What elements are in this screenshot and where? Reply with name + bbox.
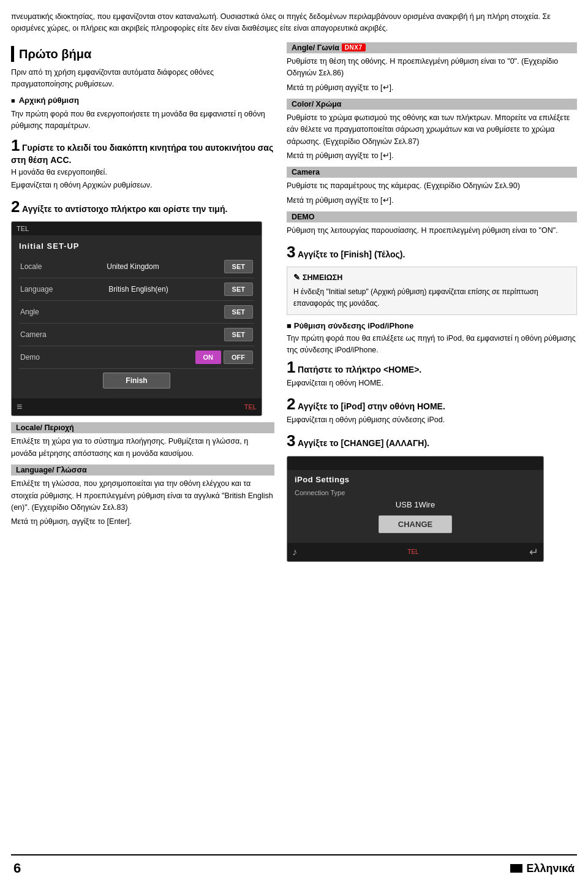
angle-info-text2: Μετά τη ρύθμιση αγγίξτε το [↵].: [287, 82, 577, 94]
screen-title: Initial SET-UP: [19, 241, 254, 251]
step-2-text: Αγγίξτε το αντίστοιχο πλήκτρο και ορίστε…: [22, 204, 227, 214]
note-bullet-text: Η ένδειξη "Initial setup" (Αρχική ρύθμισ…: [293, 286, 570, 309]
ipod-step-1-number: 1: [287, 358, 295, 376]
section-subtext: Πριν από τη χρήση εμφανίζονται αυτόματα …: [11, 67, 274, 91]
ipod-screen-content: Connection Type USB 1Wire CHANGE: [287, 487, 543, 543]
ipod-bottom-bar: ♪ TEL ↵: [287, 543, 543, 561]
ipod-back-icon[interactable]: ↵: [529, 545, 538, 559]
demo-on-btn[interactable]: ON: [195, 351, 222, 364]
ipod-step-2-number: 2: [287, 395, 295, 413]
step-3-number: 3: [287, 243, 295, 261]
camera-info-text1: Ρυθμίστε τις παραμέτρους της κάμερας. (Ε…: [287, 180, 577, 192]
ipod-title-bar: iPod Settings: [287, 470, 543, 487]
color-info-text1: Ρυθμίστε το χρώμα φωτισμού της οθόνης κα…: [287, 112, 577, 148]
camera-info-text2: Μετά τη ρύθμιση αγγίξτε το [↵].: [287, 195, 577, 207]
ipod-screen-title: iPod Settings: [295, 475, 350, 484]
screen-row-demo: Demo ON OFF: [19, 346, 254, 369]
demo-info-text: Ρύθμιση της λειτουργίας παρουσίασης. Η π…: [287, 225, 577, 237]
finish-btn[interactable]: Finish: [103, 373, 170, 389]
ipod-step-3-number: 3: [287, 431, 295, 450]
ipod-bottom-icon-music: ♪: [292, 547, 297, 558]
ipod-step-2: 2 Αγγίξτε το [iPod] στην οθόνη HOME. Εμφ…: [287, 395, 577, 426]
color-info-text2: Μετά τη ρύθμιση αγγίξτε το [↵].: [287, 150, 577, 162]
ipod-step-2-sub: Εμφανίζεται η οθόνη ρύθμισης σύνδεσης iP…: [287, 414, 577, 426]
footer-lang-text: Ελληνικά: [526, 862, 575, 875]
step-1-number: 1: [11, 136, 20, 154]
ipod-heading-icon: ■: [287, 321, 292, 330]
language-value: British English(en): [58, 285, 219, 294]
angle-header-label: Angle/ Γωνία: [292, 44, 339, 52]
dnx7-badge: DNX7: [342, 44, 366, 51]
step-3: 3 Αγγίξτε το [Finish] (Τέλος).: [287, 243, 577, 261]
ipod-top-bar: [287, 457, 543, 470]
ipod-step-2-text: Αγγίξτε το [iPod] στην οθόνη HOME.: [298, 401, 445, 411]
screen-top-bar: TEL: [12, 222, 262, 235]
page-number: 6: [13, 860, 21, 876]
ipod-intro-text: Την πρώτη φορά που θα επιλέξετε ως πηγή …: [287, 333, 577, 357]
tel-label: TEL: [244, 403, 257, 411]
locale-label: Locale: [20, 262, 42, 271]
right-column: Angle/ Γωνία DNX7 Ρυθμίστε τη θέση της ο…: [287, 42, 577, 844]
ipod-bottom-icons: ♪: [292, 547, 297, 558]
step-3-text: Αγγίξτε το [Finish] (Τέλος).: [298, 249, 405, 259]
screen-content: Initial SET-UP Locale United Kingdom SET…: [12, 235, 262, 398]
initial-setup-screen: TEL Initial SET-UP Locale United Kingdom…: [11, 221, 262, 416]
intro-paragraph: πνευματικής ιδιοκτησίας, που εμφανίζοντα…: [11, 11, 577, 35]
language-info-text2: Μετά τη ρύθμιση, αγγίξτε το [Enter].: [11, 516, 274, 528]
note-title-text: ΣΗΜΕΙΩΣΗ: [303, 272, 342, 284]
locale-set-btn[interactable]: SET: [224, 260, 253, 273]
language-set-btn[interactable]: SET: [224, 283, 253, 296]
ipod-step-3: 3 Αγγίξτε το [CHANGE] (ΑΛΛΑΓΗ).: [287, 432, 577, 450]
connection-type-label: Connection Type: [295, 489, 536, 496]
locale-value: United Kingdom: [47, 262, 219, 271]
angle-header: Angle/ Γωνία DNX7: [287, 42, 577, 53]
footer-lang-icon: [510, 864, 522, 873]
language-label-footer: Ελληνικά: [510, 862, 575, 875]
bottom-icon-left: ≡: [17, 401, 22, 412]
demo-row-label: Demo: [20, 353, 40, 362]
step-2: 2 Αγγίξτε το αντίστοιχο πλήκτρο και ορίσ…: [11, 198, 274, 216]
connection-type-value: USB 1Wire: [295, 498, 536, 512]
demo-label-bar: DEMO: [287, 211, 577, 222]
demo-off-btn[interactable]: OFF: [224, 351, 253, 364]
camera-label-bar: Camera: [287, 167, 577, 178]
screen-bottom-bar: ≡ TEL: [12, 398, 262, 415]
camera-row-label: Camera: [20, 330, 47, 339]
language-info-text1: Επιλέξτε τη γλώσσα, που χρησιμοποιείται …: [11, 478, 274, 514]
change-button[interactable]: CHANGE: [379, 515, 452, 533]
color-label-bar: Color/ Χρώμα: [287, 99, 577, 110]
ipod-settings-screen: iPod Settings Connection Type USB 1Wire …: [287, 456, 544, 562]
note-pencil-icon: ✎: [293, 272, 300, 284]
ipod-tel-label: TEL: [407, 548, 418, 555]
angle-info-text1: Ρυθμίστε τη θέση της οθόνης. Η προεπιλεγ…: [287, 56, 577, 80]
angle-row-label: Angle: [20, 308, 39, 316]
note-block: ✎ ΣΗΜΕΙΩΣΗ Η ένδειξη "Initial setup" (Αρ…: [287, 267, 577, 315]
initial-setup-label: Αρχική ρύθμιση: [19, 96, 79, 105]
screen-row-angle: Angle SET: [19, 301, 254, 324]
angle-set-btn[interactable]: SET: [224, 305, 253, 319]
ipod-step-3-text: Αγγίξτε το [CHANGE] (ΑΛΛΑΓΗ).: [298, 438, 429, 448]
ipod-step-1-sub: Εμφανίζεται η οθόνη HOME.: [287, 377, 577, 389]
ipod-heading-text: Ρύθμιση σύνδεσης iPod/iPhone: [294, 321, 413, 330]
screen-row-language: Language British English(en) SET: [19, 278, 254, 301]
ipod-step-1-text: Πατήστε το πλήκτρο <HOME>.: [298, 365, 421, 374]
step-1-text: Γυρίστε το κλειδί του διακόπτη κινητήρα …: [11, 143, 273, 165]
screen-footer: Finish: [19, 369, 254, 392]
language-label: Language: [20, 285, 53, 294]
screen-row-camera: Camera SET: [19, 324, 254, 346]
screen-top-label: TEL: [17, 225, 29, 232]
locale-info-text: Επιλέξτε τη χώρα για το σύστημα πλοήγηση…: [11, 436, 274, 460]
ipod-step-1: 1 Πατήστε το πλήκτρο <HOME>. Εμφανίζεται…: [287, 358, 577, 389]
screen-row-locale: Locale United Kingdom SET: [19, 256, 254, 278]
page-footer: 6 Ελληνικά: [11, 854, 577, 880]
note-title: ✎ ΣΗΜΕΙΩΣΗ: [293, 272, 570, 284]
step-2-number: 2: [11, 197, 20, 216]
language-info-label: Language/ Γλώσσα: [11, 465, 274, 476]
initial-setup-body: Την πρώτη φορά που θα ενεργοποιήσετε τη …: [11, 108, 274, 132]
camera-set-btn[interactable]: SET: [224, 328, 253, 341]
setup-note-icon: ■: [11, 97, 15, 104]
section-heading: Πρώτο βήμα: [11, 46, 274, 62]
page: πνευματικής ιδιοκτησίας, που εμφανίζοντα…: [0, 0, 588, 880]
step-1-sub1: Η μονάδα θα ενεργοποιηθεί.: [11, 167, 274, 178]
locale-info-label: Locale/ Περιοχή: [11, 422, 274, 433]
